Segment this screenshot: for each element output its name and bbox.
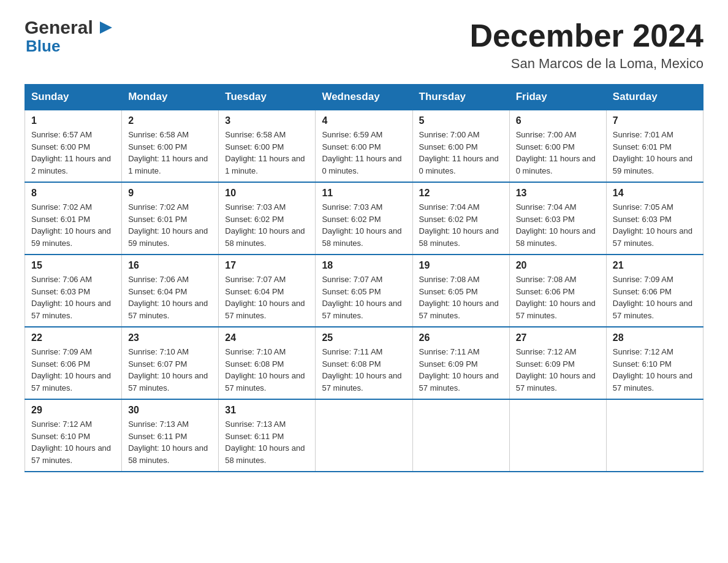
calendar-week-row: 22 Sunrise: 7:09 AM Sunset: 6:06 PM Dayl…	[25, 327, 703, 399]
day-number: 23	[128, 332, 212, 343]
day-info: Sunrise: 7:05 AM Sunset: 6:03 PM Dayligh…	[613, 201, 697, 249]
calendar-table: SundayMondayTuesdayWednesdayThursdayFrid…	[25, 84, 703, 472]
calendar-week-row: 8 Sunrise: 7:02 AM Sunset: 6:01 PM Dayli…	[25, 182, 703, 255]
day-number: 28	[613, 332, 697, 343]
day-number: 10	[225, 188, 309, 199]
calendar-cell: 24 Sunrise: 7:10 AM Sunset: 6:08 PM Dayl…	[219, 327, 316, 399]
day-info: Sunrise: 7:00 AM Sunset: 6:00 PM Dayligh…	[419, 129, 503, 177]
location-subtitle: San Marcos de la Loma, Mexico	[469, 56, 703, 72]
day-number: 15	[31, 260, 115, 271]
day-info: Sunrise: 7:00 AM Sunset: 6:00 PM Dayligh…	[516, 129, 600, 177]
day-number: 19	[419, 260, 503, 271]
day-info: Sunrise: 7:06 AM Sunset: 6:03 PM Dayligh…	[31, 274, 115, 321]
calendar-cell	[412, 399, 509, 472]
calendar-cell: 25 Sunrise: 7:11 AM Sunset: 6:08 PM Dayl…	[316, 327, 412, 399]
day-number: 1	[31, 115, 115, 126]
day-number: 3	[225, 115, 309, 126]
day-number: 27	[516, 332, 600, 343]
day-info: Sunrise: 7:04 AM Sunset: 6:03 PM Dayligh…	[516, 201, 600, 249]
logo: General Blue	[25, 18, 112, 56]
day-info: Sunrise: 7:04 AM Sunset: 6:02 PM Dayligh…	[419, 201, 503, 249]
day-number: 4	[322, 115, 406, 126]
day-info: Sunrise: 7:01 AM Sunset: 6:01 PM Dayligh…	[613, 129, 697, 177]
col-header-friday: Friday	[509, 85, 606, 110]
day-number: 16	[128, 260, 212, 271]
calendar-cell: 15 Sunrise: 7:06 AM Sunset: 6:03 PM Dayl…	[25, 255, 122, 327]
calendar-week-row: 15 Sunrise: 7:06 AM Sunset: 6:03 PM Dayl…	[25, 255, 703, 327]
day-number: 21	[613, 260, 697, 271]
title-section: December 2024 San Marcos de la Loma, Mex…	[469, 18, 703, 72]
calendar-cell: 8 Sunrise: 7:02 AM Sunset: 6:01 PM Dayli…	[25, 182, 122, 255]
calendar-cell: 6 Sunrise: 7:00 AM Sunset: 6:00 PM Dayli…	[509, 110, 606, 182]
col-header-wednesday: Wednesday	[316, 85, 412, 110]
day-number: 9	[128, 188, 212, 199]
calendar-cell: 16 Sunrise: 7:06 AM Sunset: 6:04 PM Dayl…	[122, 255, 219, 327]
day-info: Sunrise: 7:03 AM Sunset: 6:02 PM Dayligh…	[225, 201, 309, 249]
calendar-cell: 26 Sunrise: 7:11 AM Sunset: 6:09 PM Dayl…	[412, 327, 509, 399]
logo-triangle-icon	[100, 21, 112, 34]
day-info: Sunrise: 7:07 AM Sunset: 6:05 PM Dayligh…	[322, 274, 406, 321]
day-number: 18	[322, 260, 406, 271]
day-info: Sunrise: 7:11 AM Sunset: 6:09 PM Dayligh…	[419, 346, 503, 394]
calendar-cell: 29 Sunrise: 7:12 AM Sunset: 6:10 PM Dayl…	[25, 399, 122, 472]
day-info: Sunrise: 7:02 AM Sunset: 6:01 PM Dayligh…	[31, 201, 115, 249]
day-info: Sunrise: 7:09 AM Sunset: 6:06 PM Dayligh…	[31, 346, 115, 394]
day-number: 5	[419, 115, 503, 126]
day-info: Sunrise: 6:59 AM Sunset: 6:00 PM Dayligh…	[322, 129, 406, 177]
calendar-cell: 28 Sunrise: 7:12 AM Sunset: 6:10 PM Dayl…	[606, 327, 703, 399]
calendar-cell: 7 Sunrise: 7:01 AM Sunset: 6:01 PM Dayli…	[606, 110, 703, 182]
calendar-cell: 5 Sunrise: 7:00 AM Sunset: 6:00 PM Dayli…	[412, 110, 509, 182]
calendar-cell: 4 Sunrise: 6:59 AM Sunset: 6:00 PM Dayli…	[316, 110, 412, 182]
month-title: December 2024	[469, 18, 703, 53]
day-number: 17	[225, 260, 309, 271]
day-number: 14	[613, 188, 697, 199]
calendar-cell: 21 Sunrise: 7:09 AM Sunset: 6:06 PM Dayl…	[606, 255, 703, 327]
day-info: Sunrise: 6:58 AM Sunset: 6:00 PM Dayligh…	[225, 129, 309, 177]
calendar-week-row: 1 Sunrise: 6:57 AM Sunset: 6:00 PM Dayli…	[25, 110, 703, 182]
day-number: 20	[516, 260, 600, 271]
day-number: 8	[31, 188, 115, 199]
col-header-sunday: Sunday	[25, 85, 122, 110]
calendar-cell: 30 Sunrise: 7:13 AM Sunset: 6:11 PM Dayl…	[122, 399, 219, 472]
calendar-cell	[606, 399, 703, 472]
day-number: 30	[128, 405, 212, 416]
col-header-monday: Monday	[122, 85, 219, 110]
calendar-cell: 2 Sunrise: 6:58 AM Sunset: 6:00 PM Dayli…	[122, 110, 219, 182]
day-info: Sunrise: 7:12 AM Sunset: 6:10 PM Dayligh…	[613, 346, 697, 394]
calendar-cell: 31 Sunrise: 7:13 AM Sunset: 6:11 PM Dayl…	[219, 399, 316, 472]
calendar-cell: 1 Sunrise: 6:57 AM Sunset: 6:00 PM Dayli…	[25, 110, 122, 182]
day-info: Sunrise: 7:03 AM Sunset: 6:02 PM Dayligh…	[322, 201, 406, 249]
calendar-cell: 12 Sunrise: 7:04 AM Sunset: 6:02 PM Dayl…	[412, 182, 509, 255]
day-info: Sunrise: 7:11 AM Sunset: 6:08 PM Dayligh…	[322, 346, 406, 394]
calendar-cell: 27 Sunrise: 7:12 AM Sunset: 6:09 PM Dayl…	[509, 327, 606, 399]
day-info: Sunrise: 7:08 AM Sunset: 6:06 PM Dayligh…	[516, 274, 600, 321]
day-number: 12	[419, 188, 503, 199]
day-number: 6	[516, 115, 600, 126]
day-info: Sunrise: 6:58 AM Sunset: 6:00 PM Dayligh…	[128, 129, 212, 177]
day-number: 2	[128, 115, 212, 126]
calendar-cell: 20 Sunrise: 7:08 AM Sunset: 6:06 PM Dayl…	[509, 255, 606, 327]
calendar-cell: 22 Sunrise: 7:09 AM Sunset: 6:06 PM Dayl…	[25, 327, 122, 399]
calendar-cell: 9 Sunrise: 7:02 AM Sunset: 6:01 PM Dayli…	[122, 182, 219, 255]
day-info: Sunrise: 7:10 AM Sunset: 6:08 PM Dayligh…	[225, 346, 309, 394]
day-info: Sunrise: 7:02 AM Sunset: 6:01 PM Dayligh…	[128, 201, 212, 249]
calendar-cell	[509, 399, 606, 472]
calendar-cell: 10 Sunrise: 7:03 AM Sunset: 6:02 PM Dayl…	[219, 182, 316, 255]
day-info: Sunrise: 7:10 AM Sunset: 6:07 PM Dayligh…	[128, 346, 212, 394]
day-info: Sunrise: 7:13 AM Sunset: 6:11 PM Dayligh…	[225, 418, 309, 466]
calendar-week-row: 29 Sunrise: 7:12 AM Sunset: 6:10 PM Dayl…	[25, 399, 703, 472]
calendar-cell: 19 Sunrise: 7:08 AM Sunset: 6:05 PM Dayl…	[412, 255, 509, 327]
page-header: General Blue December 2024 San Marcos de…	[25, 18, 703, 72]
calendar-header-row: SundayMondayTuesdayWednesdayThursdayFrid…	[25, 85, 703, 110]
day-info: Sunrise: 7:07 AM Sunset: 6:04 PM Dayligh…	[225, 274, 309, 321]
calendar-cell: 13 Sunrise: 7:04 AM Sunset: 6:03 PM Dayl…	[509, 182, 606, 255]
logo-text: General	[25, 18, 112, 37]
day-info: Sunrise: 6:57 AM Sunset: 6:00 PM Dayligh…	[31, 129, 115, 177]
day-info: Sunrise: 7:13 AM Sunset: 6:11 PM Dayligh…	[128, 418, 212, 466]
col-header-tuesday: Tuesday	[219, 85, 316, 110]
day-number: 22	[31, 332, 115, 343]
day-number: 31	[225, 405, 309, 416]
day-info: Sunrise: 7:06 AM Sunset: 6:04 PM Dayligh…	[128, 274, 212, 321]
calendar-cell: 23 Sunrise: 7:10 AM Sunset: 6:07 PM Dayl…	[122, 327, 219, 399]
day-number: 26	[419, 332, 503, 343]
